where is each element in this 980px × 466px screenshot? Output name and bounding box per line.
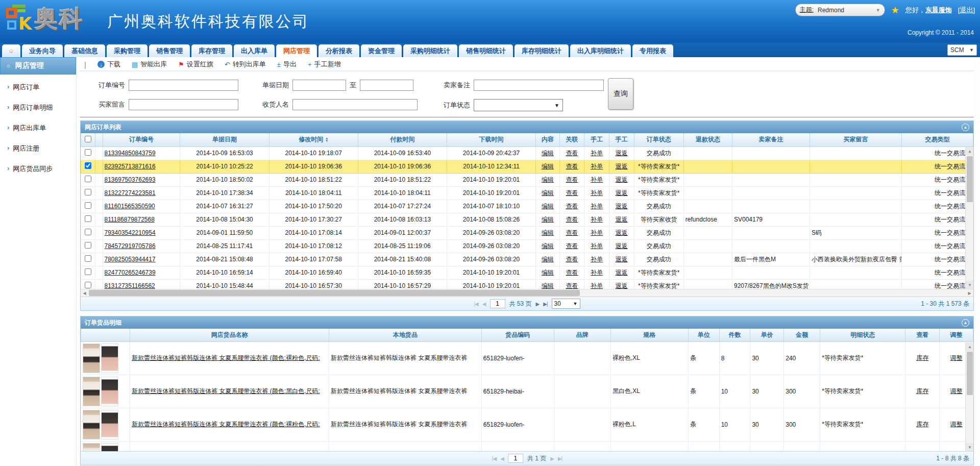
sidebar-item[interactable]: › 网店货品同步: [7, 164, 76, 185]
vertical-scrollbar[interactable]: ▲ ▼: [965, 342, 973, 451]
product-photo[interactable]: [83, 344, 100, 373]
row-checkbox[interactable]: [85, 176, 91, 182]
nav-tab[interactable]: 库存明细统计: [514, 44, 569, 57]
order-row[interactable]: 813127351166562 2014-10-10 15:48:44 2014…: [81, 279, 973, 289]
edit-link[interactable]: 编辑: [542, 229, 554, 236]
scrollbar-thumb[interactable]: [967, 352, 973, 395]
pager-prev-button[interactable]: ◀: [482, 301, 486, 307]
smart-outbound-button[interactable]: ▤ 智能出库: [132, 60, 167, 69]
view-link[interactable]: 查看: [566, 269, 578, 276]
nav-tab[interactable]: 出入库明细统计: [570, 44, 631, 57]
product-photo[interactable]: [83, 410, 100, 439]
col-seller-note[interactable]: 卖家备注: [732, 133, 810, 146]
order-row[interactable]: 824770265246739 2014-10-10 16:59:14 2014…: [81, 266, 973, 279]
row-checkbox[interactable]: [85, 242, 91, 249]
scrollbar-thumb[interactable]: [89, 290, 580, 296]
order-row[interactable]: 780825053944417 2014-08-21 15:08:48 2014…: [81, 253, 973, 266]
col-item-code[interactable]: 货品编码: [481, 329, 554, 341]
order-no-input[interactable]: [129, 80, 238, 91]
adjust-link[interactable]: 调整: [950, 387, 963, 395]
manual-add-button[interactable]: + 手工新增: [308, 60, 341, 69]
supplement-link[interactable]: 补单: [591, 150, 603, 157]
row-checkbox[interactable]: [85, 255, 91, 262]
supplement-link[interactable]: 补单: [591, 203, 603, 210]
sidebar-item[interactable]: › 网店订单明细: [7, 103, 76, 124]
sidebar-item[interactable]: › 网店出库单: [7, 124, 76, 144]
return-link[interactable]: 退返: [616, 176, 628, 183]
sidebar-item[interactable]: › 网店订单: [7, 83, 76, 103]
row-checkbox[interactable]: [85, 162, 91, 169]
scroll-up-icon[interactable]: ▲: [966, 342, 973, 351]
scroll-up-icon[interactable]: ▲: [966, 147, 973, 155]
collapse-icon[interactable]: ▲: [962, 319, 969, 327]
date-from-input[interactable]: [292, 80, 346, 91]
col-brand[interactable]: 品牌: [554, 329, 610, 341]
edit-link[interactable]: 编辑: [542, 282, 554, 289]
seller-note-input[interactable]: [474, 80, 604, 91]
row-checkbox[interactable]: [85, 229, 91, 235]
horizontal-scrollbar[interactable]: ◀ ▶: [81, 289, 973, 297]
pager-first-button[interactable]: |◀: [474, 301, 478, 307]
row-checkbox[interactable]: [85, 282, 91, 288]
query-button[interactable]: 查询: [608, 78, 633, 110]
order-number-link[interactable]: 793403542210954: [105, 229, 156, 236]
row-checkbox[interactable]: [85, 202, 91, 209]
stock-link[interactable]: 库存: [916, 421, 928, 428]
pager-next-button[interactable]: ▶: [536, 301, 540, 307]
view-link[interactable]: 查看: [566, 176, 578, 183]
home-tab[interactable]: [2, 44, 20, 57]
col-price[interactable]: 单价: [750, 329, 784, 341]
edit-link[interactable]: 编辑: [542, 150, 554, 157]
supplement-link[interactable]: 补单: [591, 216, 603, 223]
edit-link[interactable]: 编辑: [542, 163, 554, 170]
product-photo[interactable]: [101, 377, 118, 406]
product-photo[interactable]: [83, 377, 100, 406]
col-detail-status[interactable]: 明细状态: [820, 329, 905, 341]
supplement-link[interactable]: 补单: [591, 269, 603, 276]
sidebar-item[interactable]: › 网店注册: [7, 144, 76, 164]
order-row[interactable]: 811186879872568 2014-10-08 15:04:30 2014…: [81, 213, 973, 226]
detail-row[interactable]: 新款蕾丝连体裤短裤韩版连体裤 女夏系腰带连衣裤 (颜色:裸粉色,尺码: 新款蕾丝…: [81, 408, 973, 441]
edit-link[interactable]: 编辑: [542, 189, 554, 197]
col-trade-type[interactable]: 交易类型: [902, 133, 973, 146]
return-link[interactable]: 退返: [616, 242, 628, 250]
nav-tab[interactable]: 销售管理: [149, 44, 190, 57]
logout-link[interactable]: [退出]: [958, 6, 975, 15]
view-link[interactable]: 查看: [566, 189, 578, 197]
col-manual2[interactable]: 手工: [609, 133, 634, 146]
adjust-link[interactable]: 调整: [950, 354, 963, 361]
supplement-link[interactable]: 补单: [591, 256, 603, 263]
scroll-right-icon[interactable]: ▶: [966, 289, 973, 297]
nav-tab[interactable]: 资金管理: [361, 44, 402, 57]
goto-outbound-button[interactable]: ↶ 转到出库单: [225, 60, 266, 69]
nav-tab[interactable]: 分析报表: [318, 44, 359, 57]
order-number-link[interactable]: 813127351166562: [105, 282, 155, 289]
order-row[interactable]: 784572919705786 2014-08-25 11:17:41 2014…: [81, 239, 973, 253]
return-link[interactable]: 退返: [616, 256, 628, 263]
col-unit[interactable]: 单位: [688, 329, 719, 341]
pager-next-button[interactable]: ▶: [550, 456, 554, 461]
edit-link[interactable]: 编辑: [542, 216, 554, 223]
col-downloaded[interactable]: 下载时间: [447, 133, 535, 146]
product-photo[interactable]: [101, 344, 118, 373]
col-amount[interactable]: 金额: [784, 329, 820, 341]
nav-tab[interactable]: 采购明细统计: [403, 44, 457, 57]
shop-item-name-link[interactable]: 新款蕾丝连体裤短裤韩版连体裤 女夏系腰带连衣裤 (颜色:裸粉色,尺码:: [132, 421, 320, 428]
adjust-link[interactable]: 调整: [950, 421, 963, 428]
vertical-scrollbar[interactable]: ▲ ▼: [965, 147, 973, 289]
theme-select[interactable]: 主题: Redmond ▼: [795, 4, 885, 16]
return-link[interactable]: 退返: [616, 282, 628, 289]
nav-tab[interactable]: 库存管理: [191, 44, 232, 57]
col-modified[interactable]: 修改时间▲▼: [269, 133, 358, 146]
col-shop-item-name[interactable]: 网店货品名称: [130, 329, 329, 341]
col-qty[interactable]: 件数: [719, 329, 750, 341]
col-relation[interactable]: 关联: [559, 133, 584, 146]
scroll-left-icon[interactable]: ◀: [81, 289, 88, 297]
col-manual1[interactable]: 手工: [584, 133, 609, 146]
supplement-link[interactable]: 补单: [591, 163, 603, 170]
shop-item-name-link[interactable]: 新款蕾丝连体裤短裤韩版连体裤 女夏系腰带连衣裤 (颜色:裸粉色,尺码:: [132, 354, 320, 361]
download-button[interactable]: ↓ 下载: [97, 60, 120, 69]
pager-last-button[interactable]: ▶|: [558, 456, 562, 461]
supplement-link[interactable]: 补单: [591, 189, 603, 197]
return-link[interactable]: 退返: [616, 163, 628, 170]
